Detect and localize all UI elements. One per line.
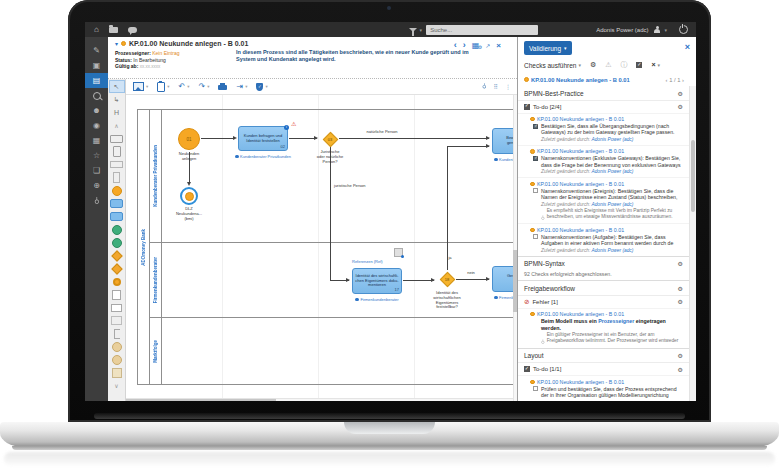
palette-message[interactable] (109, 301, 125, 314)
info-badge-icon[interactable]: i (284, 125, 289, 130)
prev-model-button[interactable]: ‹ (454, 41, 457, 50)
check-item[interactable]: KP.01.00 Neukunde anlegen - B 0.01 Namen… (518, 223, 689, 255)
task-role-link[interactable]: Firmenkundenberater (344, 297, 410, 302)
palette-end-event[interactable] (109, 275, 125, 288)
sidebar-item-ideas[interactable]: ⚲ (85, 193, 108, 208)
task-role-link[interactable]: Kundenberater Privatkunden (226, 154, 300, 159)
validate-button[interactable]: ✓▾ (256, 83, 267, 91)
next-model-button[interactable]: › (463, 41, 466, 50)
search-input[interactable]: Suche... (426, 25, 538, 35)
item-model-row[interactable]: KP.01.00 Neukunde anlegen - B 0.01 (530, 148, 685, 154)
item-model-link[interactable]: KP.01.00 Neukunde anlegen - B 0.01 (537, 311, 624, 317)
filter-chevron-icon[interactable]: ▾ (420, 27, 423, 33)
section-layout[interactable]: Layout ⚙ (518, 348, 689, 363)
warning-icon[interactable]: ⚠ (291, 121, 296, 127)
model-title-row[interactable]: ▾ KP.01.00 Neukunde anlegen - B 0.01 (115, 40, 248, 47)
canvas-hscrollbar[interactable] (126, 398, 513, 401)
author-link[interactable]: Adonis Power (adc) (592, 202, 634, 207)
connector-tool[interactable]: ↳ (109, 93, 125, 106)
fullscreen-icon[interactable]: ↗ (485, 42, 490, 49)
pager-next-icon[interactable]: › (682, 77, 684, 83)
sidebar-item-favorites[interactable]: ☆ (85, 148, 108, 163)
palette-scroll-up[interactable]: ∧ (109, 119, 125, 132)
palette-note[interactable] (109, 366, 125, 379)
item-checkbox[interactable] (533, 156, 538, 161)
more-menu-icon[interactable]: ⋮ (505, 83, 511, 90)
lane-kundenberater[interactable]: Kundenberater Privatkunden (150, 110, 517, 243)
item-checkbox[interactable] (533, 234, 538, 239)
sidebar-item-media[interactable]: ▦ (85, 133, 108, 148)
pointer-tool[interactable]: ↖ (109, 80, 125, 93)
palette-lane-vertical[interactable] (109, 171, 125, 184)
chevron-down-icon[interactable]: ▾ (658, 62, 661, 68)
subsection-errors[interactable]: ⊘ Fehler [1] ⚙ (518, 295, 689, 308)
item-checkbox[interactable] (533, 124, 538, 129)
item-checkbox[interactable] (533, 188, 538, 193)
sidebar-item-portal[interactable]: ⊕ (85, 178, 108, 193)
palette-annotation[interactable] (109, 327, 125, 340)
gear-icon[interactable]: ⚙ (678, 103, 683, 110)
user-name[interactable]: Adonis Power (adc) (596, 27, 648, 33)
todo-filter-icon[interactable] (636, 62, 642, 68)
gear-icon[interactable]: ⚙ (678, 285, 683, 292)
scroll-thumb[interactable] (691, 140, 695, 212)
filter-icon[interactable] (409, 28, 417, 32)
item-model-link[interactable]: KP.01.00 Neukunde anlegen - B 0.01 (537, 181, 624, 187)
info-filter-icon[interactable]: ⓘ (620, 61, 627, 69)
lane-label[interactable]: Kundenberater Privatkunden (150, 110, 162, 242)
lane-label[interactable]: Firmenkundenberater (150, 243, 162, 317)
item-model-row[interactable]: KP.01.00 Neukunde anlegen - B 0.01 (530, 379, 685, 385)
warnings-filter-icon[interactable]: ⚠ (605, 61, 611, 69)
redo-button[interactable]: ↷▾ (199, 82, 210, 92)
palette-pool-vertical[interactable] (109, 145, 125, 158)
print-button[interactable] (218, 83, 227, 90)
swimlane-tool[interactable]: H (109, 106, 125, 119)
item-checkbox[interactable] (533, 386, 538, 391)
palette-intermediate-event[interactable] (109, 223, 125, 236)
export-button[interactable]: ⇥▾ (236, 82, 247, 92)
gear-icon[interactable]: ⚙ (678, 352, 683, 359)
validated-model-link[interactable]: KP.01.00 Neukunde anlegen - B 0.01 (531, 77, 666, 83)
lane-label[interactable]: Marktfolge (150, 318, 162, 384)
intermediate-event[interactable] (180, 187, 198, 205)
ideas-bulb-icon[interactable]: ⚲ (482, 83, 486, 90)
home-icon[interactable]: ⌂ (94, 22, 99, 37)
package-icon[interactable] (394, 248, 403, 257)
task-identitaet-dokumentieren[interactable]: Identität des wirtschaftli- chen Eigentü… (352, 268, 402, 294)
gateway-person-type[interactable]: 03 (322, 131, 338, 147)
chevron-down-icon[interactable]: ▾ (578, 62, 581, 68)
palette-scroll-down[interactable]: ∨ (109, 379, 125, 392)
author-link[interactable]: Adonis Power (adc) (592, 137, 634, 142)
gear-icon[interactable]: ⚙ (678, 298, 683, 305)
diagram-canvas[interactable]: ADOmoney Bank Kundenberater Privatkunden… (126, 94, 517, 401)
palette-subprocess[interactable] (109, 210, 125, 223)
sidebar-item-read[interactable]: ▤ (85, 73, 108, 88)
settings-gear-icon[interactable]: ⚙ (590, 61, 596, 69)
item-model-link[interactable]: KP.01.00 Neukunde anlegen - B 0.01 (537, 379, 624, 385)
gateway-feststellbar[interactable]: 18 (439, 271, 455, 287)
model-properties-button[interactable]: ▦⚙ (472, 41, 480, 50)
user-chevron-icon[interactable]: ▾ (664, 27, 667, 33)
sidebar-item-documents[interactable]: ❏ (85, 163, 108, 178)
export-image-button[interactable]: ▾ (133, 82, 148, 91)
item-model-row[interactable]: KP.01.00 Neukunde anlegen - B 0.01 (530, 181, 685, 187)
gear-icon[interactable]: ⚙ (678, 90, 683, 97)
avatar[interactable] (653, 26, 661, 34)
palette-intermediate-event-2[interactable] (109, 236, 125, 249)
check-item[interactable]: KP.01.00 Neukunde anlegen - B 0.01 Namen… (518, 145, 689, 177)
prozesseigner-link[interactable]: Prozesseigner (598, 318, 634, 324)
item-model-row[interactable]: KP.01.00 Neukunde anlegen - B 0.01 (530, 311, 685, 317)
task-kunden-befragen[interactable]: Kunden befragen und Identität feststelle… (238, 126, 288, 151)
sidebar-item-explore[interactable]: ◉ (85, 118, 108, 133)
palette-aggregation[interactable] (109, 340, 125, 353)
sidebar-item-models[interactable]: ▣ (85, 58, 108, 73)
palette-group[interactable] (109, 314, 125, 327)
palette-data-object[interactable] (109, 288, 125, 301)
chat-icon[interactable] (128, 27, 137, 33)
section-syntax[interactable]: BPMN-Syntax ⚙ (518, 256, 689, 271)
palette-task[interactable] (109, 197, 125, 210)
validation-dropdown-button[interactable]: Validierung▾ (524, 41, 572, 55)
author-link[interactable]: Adonis Power (adc) (592, 248, 634, 253)
pool-label[interactable]: ADOmoney Bank (138, 110, 150, 384)
item-model-link[interactable]: KP.01.00 Neukunde anlegen - B 0.01 (537, 116, 624, 122)
